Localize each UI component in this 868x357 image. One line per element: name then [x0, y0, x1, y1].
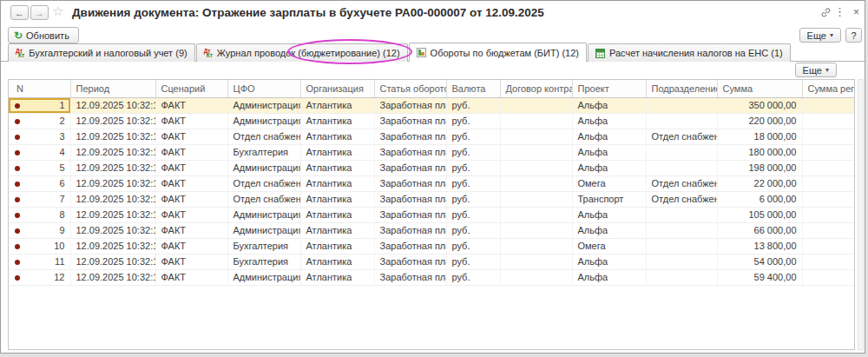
cell-contract[interactable] [500, 175, 572, 191]
cell-project[interactable]: Альфа [572, 97, 646, 113]
cell-sum_regl[interactable] [802, 222, 855, 238]
cell-currency[interactable]: руб. [446, 144, 500, 160]
cell-org[interactable]: Атлантика [300, 160, 374, 175]
cell-scenario[interactable]: ФАКТ [155, 207, 227, 222]
table-header-cell[interactable]: Договор контрагента [500, 80, 572, 97]
cell-article[interactable]: Заработная плата ... [374, 113, 446, 129]
table-header-cell[interactable]: Сумма [717, 80, 802, 97]
tab-4[interactable]: Расчет начисления налогов на ЕНС (1) [588, 43, 791, 62]
help-button[interactable]: ? [845, 28, 862, 43]
cell-sum[interactable]: 220 000,00 [717, 113, 802, 129]
cell-article[interactable]: Заработная плата [374, 238, 446, 254]
cell-period[interactable]: 12.09.2025 10:32:15 [70, 222, 155, 238]
cell-project[interactable]: Омега [572, 238, 646, 254]
cell-sum[interactable]: 105 000,00 [717, 207, 802, 222]
cell-sum[interactable]: 198 000,00 [717, 160, 802, 175]
cell-department[interactable] [646, 238, 717, 254]
table-header-cell[interactable]: Сумма регл. [802, 80, 855, 97]
cell-article[interactable]: Заработная плата ... [374, 144, 446, 160]
tab-2[interactable]: ДтКтЖурнал проводок (бюджетирование) (12… [196, 43, 408, 62]
table-header-cell[interactable]: Организация [300, 80, 374, 97]
cell-article[interactable]: Заработная плата ... [374, 269, 446, 285]
row-number-cell[interactable]: 6 [9, 175, 70, 191]
cell-project[interactable]: Омега [572, 175, 646, 191]
cell-currency[interactable]: руб. [446, 254, 500, 269]
cell-sum_regl[interactable] [802, 144, 855, 160]
cell-org[interactable]: Атлантика [300, 191, 374, 207]
cell-org[interactable]: Атлантика [300, 238, 374, 254]
back-button[interactable]: ← [10, 5, 29, 20]
cell-currency[interactable]: руб. [446, 97, 500, 113]
cell-org[interactable]: Атлантика [300, 97, 374, 113]
cell-sum[interactable]: 6 000,00 [717, 191, 802, 207]
row-number-cell[interactable]: 3 [9, 129, 70, 144]
cell-sum_regl[interactable] [802, 113, 855, 129]
cell-sum[interactable]: 18 000,00 [717, 129, 802, 144]
cell-article[interactable]: Заработная плата ... [374, 207, 446, 222]
cell-cfo[interactable]: Бухгалтерия [227, 238, 300, 254]
row-number-cell[interactable]: 10 [9, 238, 70, 254]
cell-sum_regl[interactable] [802, 238, 855, 254]
cell-contract[interactable] [500, 160, 572, 175]
table-row[interactable]: 812.09.2025 10:32:15ФАКТАдминистрацияАтл… [9, 207, 855, 222]
cell-contract[interactable] [500, 144, 572, 160]
cell-cfo[interactable]: Администрация [227, 97, 300, 113]
table-row[interactable]: 512.09.2025 10:32:15ФАКТАдминистрацияАтл… [9, 160, 855, 175]
cell-sum[interactable]: 66 000,00 [717, 222, 802, 238]
cell-project[interactable]: Альфа [572, 254, 646, 269]
cell-project[interactable]: Альфа [572, 269, 646, 285]
cell-period[interactable]: 12.09.2025 10:32:15 [70, 207, 155, 222]
cell-period[interactable]: 12.09.2025 10:32:15 [70, 175, 155, 191]
table-header-cell[interactable]: Период [70, 80, 155, 97]
cell-currency[interactable]: руб. [446, 113, 500, 129]
cell-project[interactable]: Альфа [572, 160, 646, 175]
cell-cfo[interactable]: Бухгалтерия [227, 254, 300, 269]
cell-org[interactable]: Атлантика [300, 144, 374, 160]
cell-sum_regl[interactable] [802, 207, 855, 222]
cell-cfo[interactable]: Администрация [227, 207, 300, 222]
row-number-cell[interactable]: 8 [9, 207, 70, 222]
cell-period[interactable]: 12.09.2025 10:32:15 [70, 97, 155, 113]
menu-dots-icon[interactable]: ⋮ [834, 6, 845, 18]
cell-cfo[interactable]: Отдел снабжения [227, 129, 300, 144]
cell-sum_regl[interactable] [802, 175, 855, 191]
cell-scenario[interactable]: ФАКТ [155, 97, 227, 113]
cell-period[interactable]: 12.09.2025 10:32:15 [70, 269, 155, 285]
cell-contract[interactable] [500, 254, 572, 269]
cell-sum[interactable]: 180 000,00 [717, 144, 802, 160]
table-row[interactable]: 212.09.2025 10:32:15ФАКТАдминистрацияАтл… [9, 113, 855, 129]
cell-scenario[interactable]: ФАКТ [155, 175, 227, 191]
cell-sum[interactable]: 59 400,00 [717, 269, 802, 285]
vertical-scrollbar[interactable] [858, 79, 864, 350]
cell-cfo[interactable]: Администрация [227, 222, 300, 238]
tab-3[interactable]: Обороты по бюджетам (БИТ) (12) [409, 43, 587, 62]
cell-period[interactable]: 12.09.2025 10:32:15 [70, 191, 155, 207]
table-header-cell[interactable]: Сценарий [155, 80, 227, 97]
cell-org[interactable]: Атлантика [300, 113, 374, 129]
row-number-cell[interactable]: 12 [9, 269, 70, 285]
close-icon[interactable]: × [853, 6, 859, 18]
table-row[interactable]: 112.09.2025 10:32:15ФАКТАдминистрацияАтл… [9, 97, 855, 113]
table-row[interactable]: 612.09.2025 10:32:15ФАКТОтдел снабженияА… [9, 175, 855, 191]
cell-department[interactable]: Отдел снабжения [646, 129, 717, 144]
cell-currency[interactable]: руб. [446, 269, 500, 285]
cell-article[interactable]: Заработная плата ... [374, 254, 446, 269]
cell-department[interactable] [646, 144, 717, 160]
cell-scenario[interactable]: ФАКТ [155, 269, 227, 285]
cell-period[interactable]: 12.09.2025 10:32:15 [70, 238, 155, 254]
cell-currency[interactable]: руб. [446, 222, 500, 238]
favorite-star-icon[interactable]: ☆ [52, 3, 63, 19]
table-header-cell[interactable]: Валюта [446, 80, 500, 97]
cell-contract[interactable] [500, 269, 572, 285]
more-button-top[interactable]: Еще ▾ [799, 28, 841, 43]
cell-scenario[interactable]: ФАКТ [155, 222, 227, 238]
cell-org[interactable]: Атлантика [300, 207, 374, 222]
cell-sum_regl[interactable] [802, 269, 855, 285]
cell-scenario[interactable]: ФАКТ [155, 129, 227, 144]
cell-article[interactable]: Заработная плата [374, 175, 446, 191]
cell-cfo[interactable]: Администрация [227, 269, 300, 285]
table-row[interactable]: 1212.09.2025 10:32:15ФАКТАдминистрацияАт… [9, 269, 855, 285]
cell-department[interactable] [646, 97, 717, 113]
cell-article[interactable]: Заработная плата ... [374, 160, 446, 175]
cell-department[interactable] [646, 254, 717, 269]
